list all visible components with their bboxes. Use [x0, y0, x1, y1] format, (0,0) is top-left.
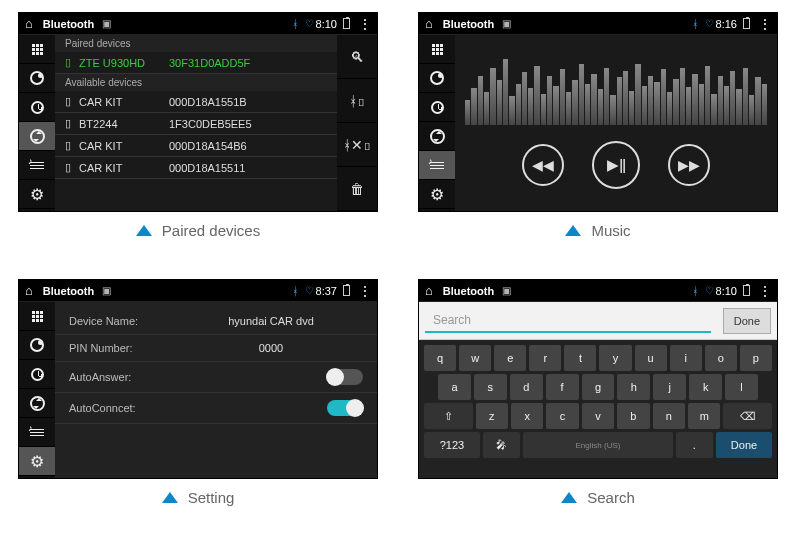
key-v[interactable]: v: [582, 403, 614, 429]
key-y[interactable]: y: [599, 345, 631, 371]
key-mic[interactable]: 🎤︎: [483, 432, 520, 458]
key-period[interactable]: .: [676, 432, 713, 458]
menu-dots-icon[interactable]: ⋮: [758, 286, 771, 296]
screen-search: ⌂ Bluetooth ▣ ᚼ ♡ 8:10 ⋮ Search Done qwe…: [418, 279, 778, 479]
menu-dots-icon[interactable]: ⋮: [358, 19, 371, 29]
key-u[interactable]: u: [635, 345, 667, 371]
heart-icon: ♡: [305, 18, 314, 29]
play-pause-icon: ▶ǁ: [607, 156, 626, 174]
person-icon: [430, 71, 444, 85]
available-device-row[interactable]: ▯CAR KIT000D18A154B6: [55, 135, 337, 157]
key-b[interactable]: b: [617, 403, 649, 429]
sidebar-apps[interactable]: [419, 35, 455, 64]
trash-icon: 🗑: [350, 181, 364, 197]
unpair-button[interactable]: ᚼ✕▯: [337, 123, 377, 167]
home-icon[interactable]: ⌂: [25, 16, 33, 31]
autoconnect-row: AutoConncet:: [55, 393, 377, 424]
autoconnect-toggle[interactable]: [327, 400, 363, 416]
search-input[interactable]: Search: [425, 309, 711, 333]
available-device-row[interactable]: ▯CAR KIT000D18A1551B: [55, 91, 337, 113]
key-d[interactable]: d: [510, 374, 543, 400]
sidebar-history[interactable]: [419, 93, 455, 122]
menu-dots-icon[interactable]: ⋮: [358, 286, 371, 296]
sidebar-apps[interactable]: [19, 302, 55, 331]
sidebar-contacts[interactable]: [19, 64, 55, 93]
delete-button[interactable]: 🗑: [337, 167, 377, 211]
pair-button[interactable]: ᚼ▯: [337, 79, 377, 123]
gear-icon: ⚙: [430, 185, 444, 204]
key-f[interactable]: f: [546, 374, 579, 400]
status-bar: ⌂ Bluetooth ▣ ᚼ ♡ 8:37 ⋮: [19, 280, 377, 302]
status-bar: ⌂ Bluetooth ▣ ᚼ ♡ 8:10 ⋮: [19, 13, 377, 35]
key-t[interactable]: t: [564, 345, 596, 371]
key-p[interactable]: p: [740, 345, 772, 371]
key-c[interactable]: c: [546, 403, 578, 429]
gear-icon: ⚙: [30, 452, 44, 471]
phone-icon: ▯: [65, 117, 71, 130]
key-r[interactable]: r: [529, 345, 561, 371]
autoanswer-row: AutoAnswer:: [55, 362, 377, 393]
screen-music: ⌂ Bluetooth ▣ ᚼ ♡ 8:16 ⋮ ⚙: [418, 12, 778, 212]
key-a[interactable]: a: [438, 374, 471, 400]
clock-time: 8:16: [716, 18, 737, 30]
play-pause-button[interactable]: ▶ǁ: [592, 141, 640, 189]
sidebar-sync[interactable]: [19, 122, 55, 151]
sidebar-music[interactable]: [19, 151, 55, 180]
sidebar-contacts[interactable]: [419, 64, 455, 93]
key-q[interactable]: q: [424, 345, 456, 371]
key-l[interactable]: l: [725, 374, 758, 400]
home-icon[interactable]: ⌂: [25, 283, 33, 298]
sidebar-settings[interactable]: ⚙: [419, 180, 455, 209]
sidebar-history[interactable]: [19, 93, 55, 122]
prev-button[interactable]: ◀◀: [522, 144, 564, 186]
autoanswer-toggle[interactable]: [327, 369, 363, 385]
key-symbols[interactable]: ?123: [424, 432, 480, 458]
key-x[interactable]: x: [511, 403, 543, 429]
sidebar-settings[interactable]: ⚙: [19, 180, 55, 209]
sync-icon: [30, 129, 45, 144]
sidebar-music[interactable]: [19, 418, 55, 447]
menu-dots-icon[interactable]: ⋮: [758, 19, 771, 29]
sidebar: ⚙: [19, 302, 55, 478]
key-s[interactable]: s: [474, 374, 507, 400]
clock-time: 8:10: [716, 285, 737, 297]
available-device-row[interactable]: ▯BT22441F3C0DEB5EE5: [55, 113, 337, 135]
key-e[interactable]: e: [494, 345, 526, 371]
paired-device-row[interactable]: ▯ ZTE U930HD 30F31D0ADD5F: [55, 52, 337, 74]
home-icon[interactable]: ⌂: [425, 283, 433, 298]
sidebar-history[interactable]: [19, 360, 55, 389]
search-bar: Search Done: [419, 302, 777, 340]
key-h[interactable]: h: [617, 374, 650, 400]
available-device-row[interactable]: ▯CAR KIT000D18A15511: [55, 157, 337, 179]
search-button[interactable]: 🔍︎: [337, 35, 377, 79]
app-title: Bluetooth: [443, 285, 494, 297]
key-m[interactable]: m: [688, 403, 720, 429]
sidebar-sync[interactable]: [19, 389, 55, 418]
key-i[interactable]: i: [670, 345, 702, 371]
device-name-row[interactable]: Device Name: hyundai CAR dvd: [55, 308, 377, 335]
sidebar-settings[interactable]: ⚙: [19, 447, 55, 476]
key-w[interactable]: w: [459, 345, 491, 371]
picture-icon: ▣: [102, 285, 111, 296]
key-k[interactable]: k: [689, 374, 722, 400]
settings-panel: Device Name: hyundai CAR dvd PIN Number:…: [55, 302, 377, 478]
sidebar-apps[interactable]: [19, 35, 55, 64]
next-button[interactable]: ▶▶: [668, 144, 710, 186]
key-n[interactable]: n: [653, 403, 685, 429]
key-z[interactable]: z: [476, 403, 508, 429]
pin-row[interactable]: PIN Number: 0000: [55, 335, 377, 362]
done-button[interactable]: Done: [723, 308, 771, 334]
key-shift[interactable]: ⇧: [424, 403, 473, 429]
home-icon[interactable]: ⌂: [425, 16, 433, 31]
key-j[interactable]: j: [653, 374, 686, 400]
sidebar-music[interactable]: [419, 151, 455, 180]
key-g[interactable]: g: [582, 374, 615, 400]
key-done[interactable]: Done: [716, 432, 772, 458]
key-backspace[interactable]: ⌫: [723, 403, 772, 429]
screen-setting: ⌂ Bluetooth ▣ ᚼ ♡ 8:37 ⋮ ⚙: [18, 279, 378, 479]
sidebar-contacts[interactable]: [19, 331, 55, 360]
bluetooth-icon: ᚼ: [292, 285, 299, 297]
key-o[interactable]: o: [705, 345, 737, 371]
key-space[interactable]: English (US): [523, 432, 672, 458]
sidebar-sync[interactable]: [419, 122, 455, 151]
